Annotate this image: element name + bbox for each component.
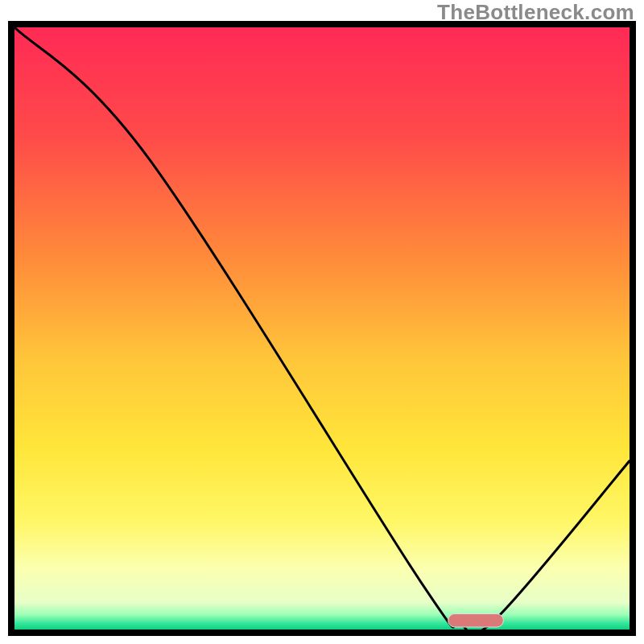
optimum-marker bbox=[448, 614, 504, 627]
bottleneck-chart bbox=[0, 0, 644, 644]
plot-gradient-background bbox=[14, 27, 630, 630]
